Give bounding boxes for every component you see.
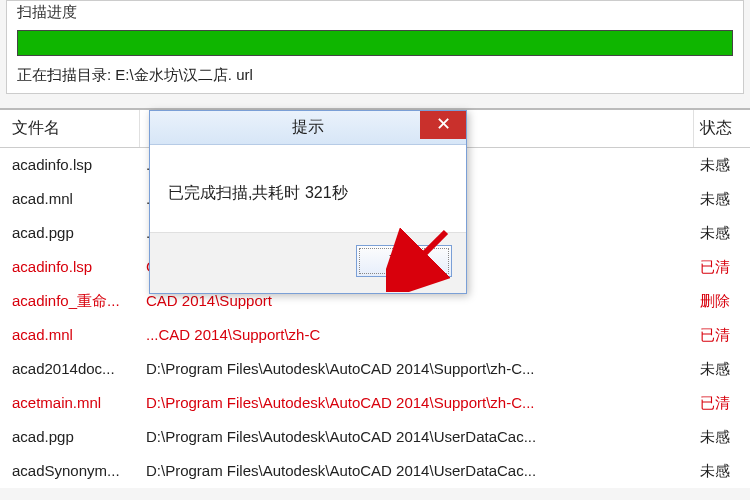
cell-filename: acadinfo.lsp	[0, 148, 140, 182]
cell-path: CAD 2014\Support\zh-C...	[140, 318, 694, 352]
progress-panel: 扫描进度 正在扫描目录: E:\金水坊\汉二店. url	[6, 0, 744, 94]
cell-status: 未感	[694, 182, 750, 216]
cell-status: 删除	[694, 284, 750, 318]
cell-status: 未感	[694, 420, 750, 454]
cell-filename: acad.pgp	[0, 420, 140, 454]
ok-button[interactable]: 确定	[356, 245, 452, 277]
table-row[interactable]: acad.pgpD:\Program Files\Autodesk\AutoCA…	[0, 420, 750, 454]
cell-filename: acadSynonym...	[0, 454, 140, 488]
dialog-titlebar[interactable]: 提示 ✕	[150, 111, 466, 145]
close-icon: ✕	[436, 114, 451, 134]
table-row[interactable]: acetmain.mnlD:\Program Files\Autodesk\Au…	[0, 386, 750, 420]
close-button[interactable]: ✕	[420, 111, 466, 139]
cell-filename: acadinfo.lsp	[0, 250, 140, 284]
cell-status: 未感	[694, 454, 750, 488]
cell-filename: acad.pgp	[0, 216, 140, 250]
cell-status: 未感	[694, 148, 750, 182]
progress-bar	[17, 30, 733, 56]
scan-path-prefix: 正在扫描目录:	[17, 66, 111, 83]
cell-path: D:\Program Files\Autodesk\AutoCAD 2014\S…	[140, 352, 694, 386]
cell-status: 未感	[694, 352, 750, 386]
cell-filename: acad2014doc...	[0, 352, 140, 386]
cell-path: D:\Program Files\Autodesk\AutoCAD 2014\S…	[140, 386, 694, 420]
cell-filename: acetmain.mnl	[0, 386, 140, 420]
cell-path: D:\Program Files\Autodesk\AutoCAD 2014\U…	[140, 454, 694, 488]
cell-filename: acad.mnl	[0, 182, 140, 216]
scan-path-line: 正在扫描目录: E:\金水坊\汉二店. url	[7, 62, 743, 85]
table-row[interactable]: acadSynonym...D:\Program Files\Autodesk\…	[0, 454, 750, 488]
cell-status: 已清	[694, 250, 750, 284]
progress-bar-fill	[18, 31, 732, 55]
alert-dialog: 提示 ✕ 已完成扫描,共耗时 321秒 确定	[149, 110, 467, 294]
col-header-name[interactable]: 文件名	[0, 110, 140, 147]
table-row[interactable]: acad.mnlCAD 2014\Support\zh-C...已清	[0, 318, 750, 352]
table-row[interactable]: acad2014doc...D:\Program Files\Autodesk\…	[0, 352, 750, 386]
progress-title: 扫描进度	[7, 1, 743, 24]
dialog-footer: 确定	[150, 232, 466, 293]
cell-status: 已清	[694, 318, 750, 352]
scan-path-value: E:\金水坊\汉二店. url	[115, 66, 253, 83]
dialog-message: 已完成扫描,共耗时 321秒	[150, 145, 466, 232]
col-header-status[interactable]: 状态	[694, 110, 750, 147]
cell-status: 已清	[694, 386, 750, 420]
dialog-title: 提示	[292, 117, 324, 138]
cell-path: D:\Program Files\Autodesk\AutoCAD 2014\U…	[140, 420, 694, 454]
cell-status: 未感	[694, 216, 750, 250]
cell-filename: acad.mnl	[0, 318, 140, 352]
cell-filename: acadinfo_重命...	[0, 284, 140, 318]
